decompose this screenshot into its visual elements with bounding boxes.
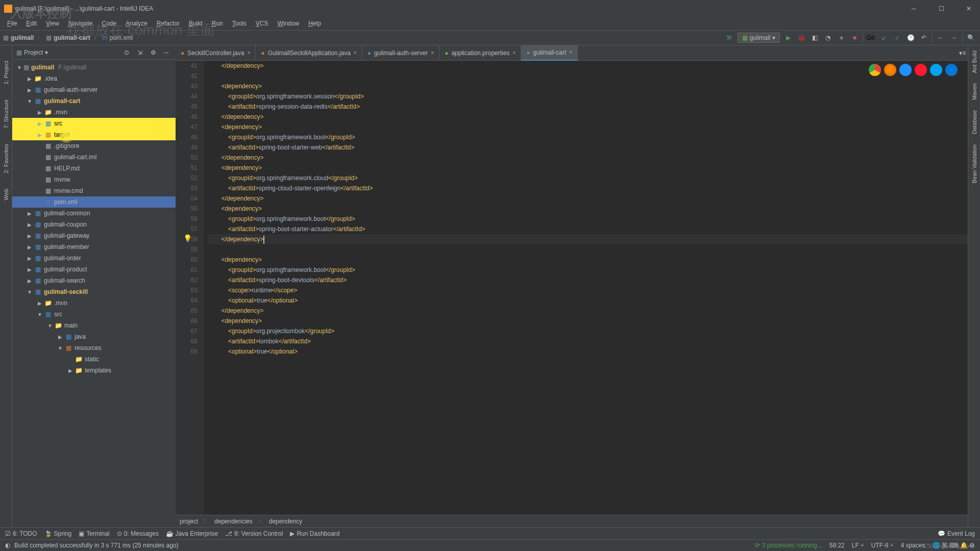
- tree-item-resources[interactable]: ▼▦resources: [12, 342, 176, 354]
- stripe----favorites[interactable]: 2: Favorites: [3, 144, 9, 173]
- hide-icon[interactable]: ─: [161, 47, 172, 58]
- revert-icon[interactable]: ↶: [919, 33, 929, 43]
- tab-close-icon[interactable]: ×: [354, 50, 357, 56]
- indent-status[interactable]: 4 spaces: [901, 542, 925, 549]
- tree-item-gulimall-cart[interactable]: ▼▦gulimall-cart: [12, 95, 176, 107]
- editor-content[interactable]: 4142434445464748495051525354555657585960…: [176, 61, 968, 515]
- locate-icon[interactable]: ⊙: [121, 47, 132, 58]
- tab-gulimallseckillapplication-java[interactable]: ●GulimallSeckillApplication.java×: [256, 45, 362, 61]
- opera-icon[interactable]: [915, 64, 927, 76]
- tree-item-static[interactable]: 📁static: [12, 354, 176, 365]
- tool-java-enterprise[interactable]: ☕Java Enterprise: [166, 530, 218, 537]
- intention-bulb-icon[interactable]: 💡: [183, 234, 192, 242]
- stripe-web[interactable]: Web: [3, 189, 9, 200]
- build-icon[interactable]: ⚒: [724, 33, 734, 43]
- stripe-database[interactable]: Database: [971, 110, 977, 134]
- stop-icon[interactable]: ■: [849, 33, 860, 43]
- struct-crumb-dependencies[interactable]: dependencies: [214, 518, 253, 525]
- menu-tools[interactable]: Tools: [228, 19, 251, 28]
- struct-crumb-dependency[interactable]: dependency: [269, 518, 302, 525]
- project-view-selector[interactable]: ▦ Project ▾: [16, 49, 118, 56]
- debug-icon[interactable]: 🐞: [796, 33, 806, 43]
- tree-item--idea[interactable]: ▶📁.idea: [12, 73, 176, 84]
- stripe-maven[interactable]: Maven: [971, 83, 977, 100]
- stripe----structure[interactable]: 7: Structure: [3, 99, 9, 129]
- safari-icon[interactable]: [899, 64, 912, 76]
- tab-gulimall-auth-server[interactable]: ●gulimall-auth-server×: [362, 45, 439, 61]
- stripe----project[interactable]: 1: Project: [3, 61, 9, 84]
- tab-gulimall-cart[interactable]: ●gulimall-cart×: [521, 45, 578, 61]
- ie-icon[interactable]: [930, 64, 942, 76]
- tree-item-src[interactable]: ▼▦src: [12, 309, 176, 320]
- tool-run-dashboard[interactable]: ▶Run Dashboard: [290, 530, 339, 537]
- stripe-bean-validation[interactable]: Bean Validation: [971, 144, 977, 183]
- maximize-button[interactable]: ☐: [932, 2, 950, 16]
- commit-icon[interactable]: ✓: [892, 33, 902, 43]
- minimize-button[interactable]: ─: [904, 2, 923, 16]
- tree-item-main[interactable]: ▼📁main: [12, 320, 176, 331]
- processes-status[interactable]: ⟳ 3 processes running...: [755, 542, 822, 549]
- tab-seckillcontroller-java[interactable]: ●SeckillController.java×: [176, 45, 256, 61]
- tool----messages[interactable]: ⊙0: Messages: [117, 530, 159, 537]
- history-icon[interactable]: 🕐: [905, 33, 916, 43]
- tool-terminal[interactable]: ▣Terminal: [79, 530, 109, 537]
- tree-item-gulimall-coupon[interactable]: ▶▦gulimall-coupon: [12, 219, 176, 230]
- tree-item-gulimall-common[interactable]: ▶▦gulimall-common: [12, 208, 176, 219]
- tree-item-mvnw-cmd[interactable]: ▦mvnw.cmd: [12, 185, 176, 196]
- tree-item--gitignore[interactable]: ▦.gitignore: [12, 140, 176, 152]
- tree-item-pom-xml[interactable]: mpom.xml: [12, 196, 176, 208]
- tool----version-control[interactable]: ⎇9: Version Control: [225, 530, 283, 537]
- tree-item-gulimall-member[interactable]: ▶▦gulimall-member: [12, 241, 176, 253]
- search-icon[interactable]: 🔍: [966, 33, 976, 43]
- menu-help[interactable]: Help: [304, 19, 325, 28]
- run-icon[interactable]: ▶: [783, 33, 793, 43]
- menu-vcs[interactable]: VCS: [252, 19, 273, 28]
- tree-item-gulimall-cart-iml[interactable]: ▦gulimall-cart.iml: [12, 152, 176, 163]
- tree-item-gulimall-search[interactable]: ▶▦gulimall-search: [12, 275, 176, 286]
- tree-item-help-md[interactable]: ▦HELP.md: [12, 163, 176, 174]
- tree-item-java[interactable]: ▶▦java: [12, 331, 176, 342]
- collapse-icon[interactable]: ⇲: [135, 47, 145, 58]
- back-icon[interactable]: ←: [936, 33, 946, 43]
- edge-icon[interactable]: [945, 64, 958, 76]
- background-task-icon[interactable]: ◐: [5, 542, 10, 549]
- tab-close-icon[interactable]: ×: [431, 50, 434, 56]
- project-tool-window: ▦ Project ▾ ⊙ ⇲ ⚙ ─ ▼ ▦ gulimall F:\guli…: [12, 45, 176, 527]
- tool-spring[interactable]: 🍃Spring: [44, 530, 72, 537]
- tree-item-gulimall-gateway[interactable]: ▶▦gulimall-gateway: [12, 230, 176, 241]
- struct-crumb-project[interactable]: project: [180, 518, 198, 525]
- chrome-icon[interactable]: [869, 64, 881, 76]
- tool----todo[interactable]: ☑6: TODO: [5, 530, 37, 537]
- forward-icon[interactable]: →: [949, 33, 959, 43]
- tree-item--mvn[interactable]: ▶📁.mvn: [12, 297, 176, 309]
- tree-item-gulimall-seckill[interactable]: ▼▦gulimall-seckill: [12, 286, 176, 297]
- coverage-icon[interactable]: ◧: [810, 33, 820, 43]
- breadcrumb-root[interactable]: ▦ gulimall: [3, 34, 34, 41]
- tree-root[interactable]: ▼ ▦ gulimall F:\gulimall: [12, 62, 176, 73]
- close-button[interactable]: ✕: [960, 2, 978, 16]
- attach-icon[interactable]: ⎆: [836, 33, 846, 43]
- line-separator[interactable]: LF ÷: [852, 542, 864, 549]
- update-icon[interactable]: ↙: [879, 33, 889, 43]
- tree-item-mvnw[interactable]: ▦mvnw: [12, 174, 176, 185]
- tree-item--mvn[interactable]: ▶📁.mvn: [12, 107, 176, 118]
- tree-item-target[interactable]: ▶▦target: [12, 129, 176, 140]
- tree-item-gulimall-auth-server[interactable]: ▶▦gulimall-auth-server: [12, 84, 176, 95]
- menu-window[interactable]: Window: [273, 19, 303, 28]
- tab-close-icon[interactable]: ×: [569, 49, 572, 55]
- tree-item-src[interactable]: ▶▦src: [12, 118, 176, 129]
- file-encoding[interactable]: UTF-8 ÷: [871, 542, 894, 549]
- firefox-icon[interactable]: [884, 64, 896, 76]
- profile-icon[interactable]: ◔: [823, 33, 833, 43]
- settings-icon[interactable]: ⚙: [148, 47, 158, 58]
- tab-list-icon[interactable]: ▾≡: [958, 48, 968, 58]
- tab-close-icon[interactable]: ×: [248, 50, 251, 56]
- stripe-ant-build[interactable]: Ant Build: [971, 51, 977, 73]
- tab-application-properties[interactable]: ●application.properties×: [439, 45, 521, 61]
- tree-item-gulimall-order[interactable]: ▶▦gulimall-order: [12, 253, 176, 264]
- tree-item-templates[interactable]: ▶📁templates: [12, 365, 176, 376]
- run-config-selector[interactable]: ▦gulimall ▾: [738, 33, 780, 43]
- tree-item-gulimall-product[interactable]: ▶▦gulimall-product: [12, 264, 176, 275]
- tab-close-icon[interactable]: ×: [512, 50, 516, 56]
- event-log-button[interactable]: 💬Event Log: [938, 530, 975, 537]
